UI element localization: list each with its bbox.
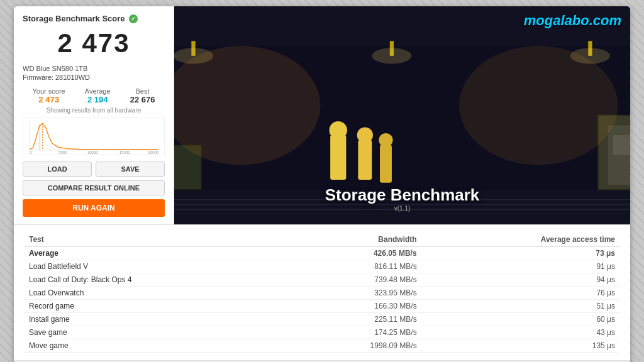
best-col: Best 22 676 bbox=[130, 87, 155, 104]
best-label: Best bbox=[130, 87, 155, 95]
svg-rect-19 bbox=[330, 135, 346, 180]
cell-access: 91 μs bbox=[422, 260, 620, 273]
banner-title: Storage Benchmark v(1.1) bbox=[325, 185, 480, 212]
table-row-3: Load Overwatch 323.95 MB/s 76 μs bbox=[24, 287, 620, 300]
results-label: Showing results from all hardware bbox=[23, 107, 165, 114]
cell-bandwidth: 739.48 MB/s bbox=[289, 273, 421, 287]
banner-subtitle: v(1.1) bbox=[325, 205, 480, 212]
your-score-label: Your score bbox=[33, 87, 65, 95]
table-row-2: Load Call of Duty: Black Ops 4 739.48 MB… bbox=[24, 273, 620, 287]
col-access-header: Average access time bbox=[422, 233, 620, 247]
banner-panel: mogalabo.com Storage Benchmark v(1.1) bbox=[174, 6, 630, 224]
cell-bandwidth: 323.95 MB/s bbox=[289, 287, 421, 300]
svg-rect-23 bbox=[380, 145, 392, 183]
score-compare: Your score 2 473 Average 2 194 Best 22 6… bbox=[23, 87, 165, 104]
load-button[interactable]: LOAD bbox=[23, 162, 92, 177]
score-chart: 0 5000 10000 15000 20000 bbox=[23, 118, 165, 155]
score-header: Storage Benchmark Score ✓ bbox=[23, 14, 165, 23]
main-container: Storage Benchmark Score ✓ 2 473 WD Blue … bbox=[14, 6, 630, 362]
cell-test: Load Overwatch bbox=[24, 287, 289, 300]
table-row-average: Average 426.05 MB/s 73 μs bbox=[24, 247, 620, 260]
top-section: Storage Benchmark Score ✓ 2 473 WD Blue … bbox=[14, 6, 630, 224]
svg-text:15000: 15000 bbox=[119, 150, 130, 155]
best-value: 22 676 bbox=[130, 95, 155, 104]
col-test-header: Test bbox=[24, 233, 289, 247]
cell-bandwidth: 166.30 MB/s bbox=[289, 300, 421, 313]
your-score-value: 2 473 bbox=[33, 95, 65, 104]
score-number: 2 473 bbox=[23, 28, 165, 58]
banner-main-text: Storage Benchmark bbox=[325, 185, 480, 205]
cell-access: 94 μs bbox=[422, 273, 620, 287]
watermark-text: mogalabo.com bbox=[524, 13, 621, 29]
cell-access: 51 μs bbox=[422, 300, 620, 313]
cell-test: Save game bbox=[24, 326, 289, 339]
cell-test: Record game bbox=[24, 300, 289, 313]
svg-point-36 bbox=[570, 48, 610, 63]
save-button[interactable]: SAVE bbox=[96, 162, 165, 177]
results-table: Test Bandwidth Average access time Avera… bbox=[24, 233, 620, 353]
svg-rect-27 bbox=[613, 135, 630, 155]
svg-point-30 bbox=[459, 46, 618, 165]
svg-text:5000: 5000 bbox=[58, 150, 67, 155]
cell-bandwidth: 816.11 MB/s bbox=[289, 260, 421, 273]
cell-test: Average bbox=[24, 247, 289, 260]
load-save-row: LOAD SAVE bbox=[23, 162, 165, 177]
svg-point-24 bbox=[379, 133, 392, 147]
table-header-row: Test Bandwidth Average access time bbox=[24, 233, 620, 247]
cell-test: Install game bbox=[24, 313, 289, 326]
svg-point-34 bbox=[174, 48, 213, 63]
table-row-5: Install game 225.11 MB/s 60 μs bbox=[24, 313, 620, 326]
score-title-text: Storage Benchmark Score bbox=[23, 14, 125, 23]
table-row-6: Save game 174.25 MB/s 43 μs bbox=[24, 326, 620, 339]
svg-point-35 bbox=[372, 48, 411, 63]
cell-bandwidth: 225.11 MB/s bbox=[289, 313, 421, 326]
cell-test: Load Battlefield V bbox=[24, 260, 289, 273]
cell-access: 73 μs bbox=[422, 247, 620, 260]
cell-bandwidth: 1998.09 MB/s bbox=[289, 339, 421, 353]
chart-svg: 0 5000 10000 15000 20000 bbox=[23, 118, 164, 155]
left-panel: Storage Benchmark Score ✓ 2 473 WD Blue … bbox=[14, 6, 174, 224]
table-row-4: Record game 166.30 MB/s 51 μs bbox=[24, 300, 620, 313]
banner-background: mogalabo.com Storage Benchmark v(1.1) bbox=[174, 6, 630, 224]
cell-access: 43 μs bbox=[422, 326, 620, 339]
your-score-col: Your score 2 473 bbox=[33, 87, 65, 104]
cell-test: Load Call of Duty: Black Ops 4 bbox=[24, 273, 289, 287]
cell-access: 135 μs bbox=[422, 339, 620, 353]
svg-text:20000: 20000 bbox=[148, 150, 159, 155]
average-col: Average 2 194 bbox=[85, 87, 111, 104]
compare-button[interactable]: COMPARE RESULT ONLINE bbox=[23, 180, 165, 195]
svg-point-22 bbox=[357, 127, 373, 143]
cell-bandwidth: 426.05 MB/s bbox=[289, 247, 421, 260]
average-value: 2 194 bbox=[85, 95, 111, 104]
average-label: Average bbox=[85, 87, 111, 95]
svg-text:0: 0 bbox=[30, 150, 32, 155]
table-row-1: Load Battlefield V 816.11 MB/s 91 μs bbox=[24, 260, 620, 273]
svg-text:10000: 10000 bbox=[87, 150, 98, 155]
table-row-7: Move game 1998.09 MB/s 135 μs bbox=[24, 339, 620, 353]
svg-point-20 bbox=[330, 121, 347, 139]
firmware-info: Firmware: 281010WD bbox=[23, 74, 165, 81]
cell-test: Move game bbox=[24, 339, 289, 353]
col-bandwidth-header: Bandwidth bbox=[289, 233, 421, 247]
results-section: Test Bandwidth Average access time Avera… bbox=[14, 224, 630, 360]
run-again-button[interactable]: RUN AGAIN bbox=[23, 199, 165, 217]
svg-rect-21 bbox=[358, 140, 372, 180]
drive-name: WD Blue SN580 1TB bbox=[23, 65, 165, 72]
check-icon: ✓ bbox=[129, 14, 138, 23]
cell-bandwidth: 174.25 MB/s bbox=[289, 326, 421, 339]
cell-access: 76 μs bbox=[422, 287, 620, 300]
cell-access: 60 μs bbox=[422, 313, 620, 326]
